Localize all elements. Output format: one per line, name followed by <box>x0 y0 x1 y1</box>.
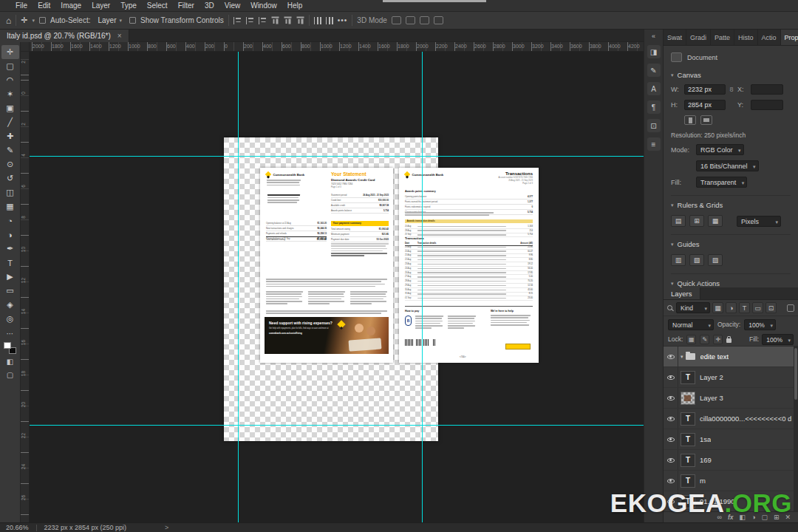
filter-pixel-layers-icon[interactable]: ▦ <box>712 302 723 313</box>
crop-tool[interactable]: ▣ <box>1 101 19 115</box>
guide-horizontal[interactable] <box>30 156 644 157</box>
foreground-color-swatch[interactable] <box>4 342 11 349</box>
color-panel-icon[interactable]: ◨ <box>647 45 661 58</box>
layer-row[interactable]: TLayer 2 <box>664 367 798 388</box>
character-panel-icon[interactable]: A <box>647 82 661 95</box>
3d-mode-icon[interactable] <box>420 16 429 24</box>
layer-visibility-toggle[interactable] <box>664 450 678 470</box>
3d-mode-icon[interactable] <box>392 16 401 24</box>
expand-panels-button[interactable]: « <box>644 30 663 40</box>
move-tool[interactable]: ✛ <box>1 45 19 59</box>
blur-tool[interactable]: ◔ <box>1 214 19 228</box>
home-icon[interactable]: ⌂ <box>6 16 11 26</box>
info-panel-icon[interactable]: ≡ <box>647 137 661 151</box>
units-select[interactable]: Pixels <box>737 216 781 227</box>
menu-edit[interactable]: Edit <box>33 0 55 12</box>
layer-visibility-toggle[interactable] <box>664 367 678 387</box>
menu-3d[interactable]: 3D <box>200 0 219 12</box>
distribute-horizontal-icon[interactable] <box>314 17 321 24</box>
canvas-x-field[interactable] <box>751 84 783 95</box>
brushes-panel-icon[interactable]: ✎ <box>647 64 661 77</box>
statement-page-2[interactable]: Commonwealth Bank Transactions Account n… <box>399 168 539 363</box>
clone-source-panel-icon[interactable]: ⊡ <box>647 119 661 132</box>
align-middle-vertical-icon[interactable] <box>284 16 291 24</box>
opacity-field[interactable]: 100% <box>744 319 776 330</box>
filter-adjustment-layers-icon[interactable]: ◑ <box>726 302 737 313</box>
foreground-background-colors[interactable] <box>4 342 16 354</box>
fill-select[interactable]: Transparent <box>696 177 747 188</box>
align-bottom-icon[interactable] <box>296 16 304 24</box>
align-right-icon[interactable] <box>259 17 267 24</box>
statement-page-1[interactable]: Commonwealth Bank Your Statement Diamond… <box>260 168 393 363</box>
type-tool[interactable]: T <box>1 256 19 270</box>
bit-depth-select[interactable]: 16 Bits/Channel <box>696 160 759 171</box>
menu-filter[interactable]: Filter <box>173 0 200 12</box>
auto-select-target-dropdown[interactable]: Layer▾ <box>95 16 125 25</box>
filter-toggle[interactable] <box>787 304 794 312</box>
layer-visibility-toggle[interactable] <box>664 429 678 449</box>
layer-visibility-toggle[interactable] <box>664 347 678 366</box>
panel-tab-swat[interactable]: Swat <box>664 30 686 45</box>
lasso-tool[interactable]: ◠ <box>1 73 19 87</box>
canvas-y-field[interactable] <box>751 100 783 110</box>
canvas-width-field[interactable]: 2232 px <box>684 84 726 95</box>
color-mode-select[interactable]: RGB Color <box>696 144 744 155</box>
shape-tool[interactable]: ▭ <box>1 284 19 298</box>
align-left-icon[interactable] <box>233 17 242 24</box>
add-guides-button[interactable]: ▥ <box>671 254 686 266</box>
zoom-level[interactable]: 20.66% <box>6 524 29 531</box>
chevron-down-icon[interactable]: ▾ <box>671 202 674 208</box>
layer-row[interactable]: ▾edite text <box>664 347 798 367</box>
panel-tab-patte[interactable]: Patte <box>711 30 734 45</box>
guide-horizontal[interactable] <box>30 425 644 426</box>
eraser-tool[interactable]: ◫ <box>1 185 19 200</box>
quick-selection-tool[interactable]: ✶ <box>1 87 19 101</box>
panel-tab-properties[interactable]: Properties <box>781 30 798 45</box>
dodge-tool[interactable]: ◑ <box>1 228 19 242</box>
layer-visibility-toggle[interactable] <box>664 388 678 408</box>
portrait-orientation-button[interactable] <box>684 115 696 125</box>
tab-close-button[interactable]: × <box>117 32 122 40</box>
layers-scrollbar[interactable] <box>794 347 798 511</box>
horizontal-ruler[interactable]: 2000180016001400120010008006004002000200… <box>30 42 644 52</box>
canvas-area[interactable]: Commonwealth Bank Your Statement Diamond… <box>30 52 644 522</box>
layer-visibility-toggle[interactable] <box>664 409 678 429</box>
marquee-tool[interactable]: ▢ <box>1 59 19 73</box>
lock-image-pixels-icon[interactable]: ✎ <box>700 335 709 344</box>
clear-guides-button[interactable]: ▨ <box>708 254 723 266</box>
guide-layout-button[interactable]: ▧ <box>689 254 704 266</box>
zoom-tool[interactable]: ◎ <box>1 312 19 326</box>
menu-layer[interactable]: Layer <box>86 0 115 12</box>
menu-type[interactable]: Type <box>115 0 142 12</box>
distribute-vertical-icon[interactable] <box>326 17 333 24</box>
lock-transparent-pixels-icon[interactable]: ▦ <box>686 335 696 344</box>
menu-view[interactable]: View <box>219 0 246 12</box>
blend-mode-select[interactable]: Normal <box>668 319 714 330</box>
document-tab[interactable]: Italy id.psd @ 20.7% (RGB/16*) × <box>0 30 129 42</box>
filter-kind-select[interactable]: Kind <box>676 302 710 313</box>
ruler-corner[interactable] <box>21 42 30 52</box>
toggle-grid-button[interactable]: ⊞ <box>689 215 704 227</box>
lock-all-icon[interactable] <box>726 338 732 343</box>
chevron-down-icon[interactable]: ▾ <box>671 281 674 287</box>
history-brush-tool[interactable]: ↺ <box>1 171 19 185</box>
brush-tool[interactable]: ✎ <box>1 143 19 157</box>
lock-position-icon[interactable]: ✛ <box>713 335 723 344</box>
guide-vertical[interactable] <box>238 52 239 522</box>
filter-shape-layers-icon[interactable]: ▭ <box>752 302 763 313</box>
path-select-tool[interactable]: ▶ <box>1 270 19 284</box>
menu-help[interactable]: Help <box>282 0 308 12</box>
align-top-icon[interactable] <box>271 16 279 24</box>
landscape-orientation-button[interactable] <box>700 115 712 125</box>
chevron-down-icon[interactable]: ▾ <box>671 72 674 78</box>
layer-row[interactable]: T169 <box>664 450 798 471</box>
panel-tab-actio[interactable]: Actio <box>758 30 781 45</box>
healing-brush-tool[interactable]: ✚ <box>1 129 19 143</box>
3d-mode-icon[interactable] <box>406 16 415 24</box>
panel-tab-histo[interactable]: Histo <box>734 30 758 45</box>
canvas-height-field[interactable]: 2854 px <box>684 100 726 110</box>
menu-file[interactable]: File <box>10 0 33 12</box>
fill-field[interactable]: 100% <box>762 334 794 345</box>
layer-row[interactable]: T1sa <box>664 429 798 450</box>
guide-vertical[interactable] <box>422 52 423 522</box>
